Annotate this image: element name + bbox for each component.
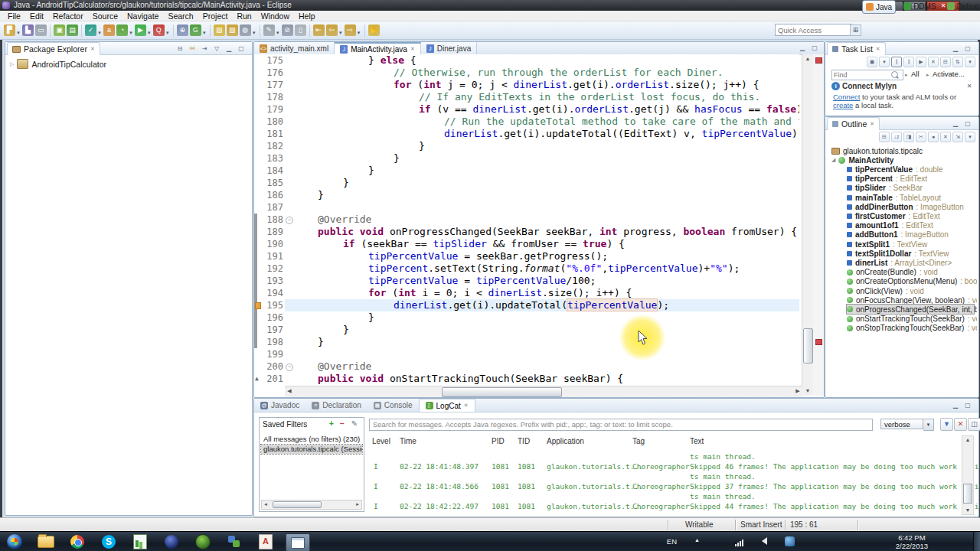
taskbar-start-button[interactable] [3,533,26,550]
code-line-196[interactable]: 196} [254,311,799,324]
taskbar-eclipse[interactable] [160,533,183,550]
create-link[interactable]: create [833,101,853,109]
last-edit-location-icon[interactable]: ⇤ [313,24,325,36]
taskbar-skype[interactable]: S [97,533,120,550]
outline-item-textsplit1dollar[interactable]: textSplit1Dollar : TextView [847,249,974,258]
maximize-view-icon[interactable]: ▢ [963,119,972,128]
column-header-text[interactable]: Text [690,437,704,445]
clock[interactable]: 6:42 PM 2/22/2013 [896,533,928,550]
edit-filter-icon[interactable]: ✎ [350,419,359,429]
volume-icon[interactable] [762,537,767,545]
code-line-200[interactable]: 200–@Override [254,360,799,373]
expand-arrow-icon[interactable]: ◢ [831,157,835,163]
back-dropdown-icon[interactable]: ▼ [338,31,343,35]
code-line-175[interactable]: 175} else { [254,54,799,67]
annotation-icon[interactable]: a [103,24,115,36]
open-type-icon[interactable]: ⊕ [177,24,188,36]
overview-ruler[interactable] [813,54,824,396]
bottom-tab-declaration[interactable]: ≡Declaration [305,399,368,412]
log-level-caret-icon[interactable]: ▼ [923,419,934,431]
new-task-menu-icon[interactable]: ▾ [879,57,890,67]
mark-occurrences-icon[interactable]: ✎ [263,24,275,36]
coverage-dropdown-icon[interactable]: ▼ [129,31,133,35]
activate-link[interactable]: Activate... [933,70,965,78]
maximize-view-icon[interactable]: ▢ [237,44,246,53]
android-sdk-manager-icon[interactable]: ▣ [54,24,65,36]
maximize-editor-icon[interactable]: ▢ [810,44,819,52]
new-task-icon[interactable]: ▣ [867,57,877,67]
code-line-201[interactable]: 201▲public void onStartTrackingTouch(See… [254,373,799,385]
menu-project[interactable]: Project [198,11,233,21]
forward-icon[interactable]: ⇨ [345,24,356,36]
categorized-icon[interactable]: ⫿ [891,57,902,67]
bottom-tab-logcat[interactable]: ▯LogCat✕ [419,399,475,412]
avd-manager-icon[interactable]: ▤ [67,24,78,36]
maximize-panel-icon[interactable]: ▢ [963,401,972,409]
link-with-editor-icon[interactable]: ⚯ [188,44,197,53]
connect-link[interactable]: Connect [833,93,860,101]
hide-nonpublic-icon[interactable]: ● [928,132,939,142]
link-with-editor-icon[interactable]: ▧ [227,24,238,36]
horizontal-scroll-thumb[interactable] [442,387,562,397]
code-line-192[interactable]: 192tipPercent.setText(String.format("%.0… [254,262,799,275]
forward-dropdown-icon[interactable]: ▼ [357,31,361,35]
fold-toggle-icon[interactable]: – [286,217,293,224]
code-line-178[interactable]: 178// If any EditTexts in the orderList … [254,91,799,103]
scroll-up-icon[interactable]: ▲ [802,54,813,64]
bottom-tab-console[interactable]: ▦Console [368,399,419,412]
outline-item-oncreateoptionsmenu-menu-[interactable]: onCreateOptionsMenu(Menu) : boolean [847,277,974,286]
outline-item-onstarttrackingtouch-seekbar-[interactable]: onStartTrackingTouch(SeekBar) : void [847,315,974,324]
search-dropdown-icon[interactable]: ▼ [252,31,256,35]
taskbar-adobe-reader[interactable]: A [254,533,277,550]
hide-completed-icon[interactable]: ✕ [928,57,939,67]
code-line-185[interactable]: 185} [254,177,799,189]
maximize-view-icon[interactable]: ▢ [963,44,972,53]
logcat-search-input[interactable]: Search for messages. Accepts Java regexe… [369,419,873,431]
hand-icon[interactable]: ✋ [368,24,380,36]
code-line-181[interactable]: 181dinerList.get(i).updateTotal((EditTex… [254,128,799,140]
column-header-tid[interactable]: TID [518,437,530,445]
scroll-right-icon[interactable]: ▶ [793,386,802,396]
taskbar-green-app[interactable] [191,533,214,550]
pin-editor-icon[interactable]: ▯ [295,24,306,36]
fold-toggle-icon[interactable]: – [286,364,293,371]
minimize-panel-icon[interactable]: ▁ [951,401,960,409]
bottom-tab-javadoc[interactable]: @Javadoc [254,399,305,412]
checkin-dropdown-icon[interactable]: ▼ [97,31,102,35]
editor-tab-diner-java[interactable]: JDiner.java [421,42,477,54]
code-line-187[interactable]: 187 [254,201,799,214]
code-line-191[interactable]: 191tipPercentValue = seekBar.getProgress… [254,250,799,262]
menu-help[interactable]: Help [294,11,320,21]
remove-filter-icon[interactable]: − [338,419,347,429]
taskbar-sdk-chart-app[interactable] [129,533,152,550]
menu-edit[interactable]: Edit [25,11,48,21]
external-tools-dropdown-icon[interactable]: ▼ [165,31,170,35]
editor-horizontal-scrollbar[interactable]: ◀ ▶ [285,386,802,397]
code-line-180[interactable]: 180// Run the updateTotal method to take… [254,116,799,128]
outline-item-onclick-view-[interactable]: onClick(View) : void [847,286,974,295]
perspective-java-button[interactable]: Java [862,0,896,14]
code-line-186[interactable]: 186} [254,189,799,201]
minimize-view-icon[interactable]: ▁ [951,119,960,128]
focus-workweek-icon[interactable]: ▶ [916,57,926,67]
close-icon[interactable]: ✕ [870,121,874,127]
close-icon[interactable]: ✕ [876,46,880,52]
column-header-level[interactable]: Level [372,437,390,445]
close-icon[interactable]: ✕ [464,403,469,409]
taskbar-windows-explorer[interactable] [34,533,57,550]
column-header-time[interactable]: Time [400,437,416,445]
column-header-tag[interactable]: Tag [632,437,645,445]
run-icon[interactable]: ▶ [135,24,146,36]
mark-occurrences-dropdown-icon[interactable]: ▼ [276,31,280,35]
collapse-all-icon[interactable]: ⊟ [175,44,185,53]
outline-item-dinerlist[interactable]: dinerList : ArrayList<Diner> [847,258,974,267]
open-folder-icon[interactable]: ▨ [214,24,225,36]
editor-vertical-scrollbar[interactable]: ▲ ▼ [802,54,813,396]
code-line-197[interactable]: 197} [254,324,799,336]
collapse-all-icon[interactable]: ⊟ [879,132,890,142]
add-filter-icon[interactable]: + [327,419,336,429]
outline-item-maintable[interactable]: mainTable : TableLayout [847,193,974,202]
code-line-195[interactable]: 195dinerList.get(i).updateTotal(tipPerce… [254,299,799,311]
new-java-class-dropdown-icon[interactable]: ▼ [202,31,207,35]
code-line-184[interactable]: 184} [254,165,799,177]
